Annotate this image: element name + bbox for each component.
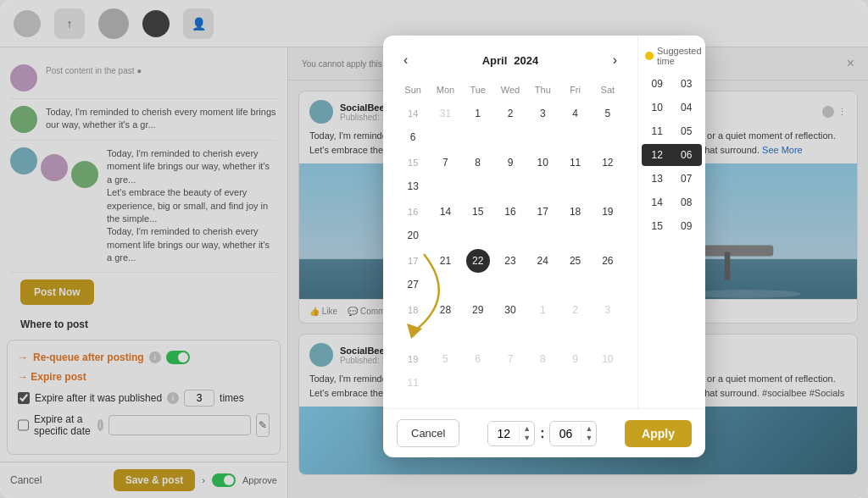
cal-day-21[interactable]: 21 [433,249,457,273]
cal-day-2b[interactable]: 2 [564,298,587,322]
cal-title: April 2024 [482,54,539,67]
cal-day-23[interactable]: 23 [498,249,522,273]
time-hour-10: 10 [643,100,671,115]
cal-day-17[interactable]: 17 [531,200,554,224]
min-down-btn[interactable]: ▼ [581,434,596,443]
week-num-18: 18 [397,298,429,322]
week-num-14: 14 [397,102,429,125]
time-min-08: 08 [673,195,701,210]
suggested-label: Suggested time [657,46,702,66]
cal-year: 2024 [514,54,538,67]
cal-day-3b[interactable]: 3 [596,298,620,322]
cal-day-16[interactable]: 16 [498,200,522,224]
time-hour-15: 15 [643,219,671,234]
time-pairs: 09 03 10 04 11 05 12 06 [642,73,702,237]
calendar-nav: ‹ April 2024 › [397,49,624,71]
cal-day-19[interactable]: 19 [596,200,620,224]
cal-day-29[interactable]: 29 [466,298,490,322]
cal-row-6: 19 5 6 7 8 9 10 11 [397,347,624,395]
cal-day-12[interactable]: 12 [596,151,620,174]
hour-stepper: ▲ ▼ [519,424,534,443]
cal-row-1: 14 31 1 2 3 4 5 6 [397,102,624,149]
hour-down-btn[interactable]: ▼ [520,434,534,443]
day-headers: Sun Mon Tue Wed Thu Fri Sat [397,81,624,98]
cal-day-9[interactable]: 9 [498,151,522,174]
time-min-03: 03 [673,76,701,91]
calendar-weeks: 14 31 1 2 3 4 5 6 15 7 [397,102,624,395]
hour-input[interactable] [488,422,519,445]
cal-day-6b[interactable]: 6 [466,347,490,371]
next-month-btn[interactable]: › [606,49,624,71]
time-hour-09: 09 [643,76,671,91]
cal-day-11b[interactable]: 11 [401,371,425,395]
time-pair-1408[interactable]: 14 08 [642,191,702,213]
prev-month-btn[interactable]: ‹ [397,49,415,71]
time-min-05: 05 [673,124,701,139]
day-header-wed: Wed [494,81,526,98]
cal-day-10b[interactable]: 10 [596,347,620,371]
time-pair-1307[interactable]: 13 07 [642,168,702,190]
cal-day-8[interactable]: 8 [466,151,490,174]
cal-day-3a[interactable]: 3 [531,102,554,125]
day-header-sun: Sun [397,81,429,98]
time-colon: : [540,426,544,441]
cal-day-25[interactable]: 25 [564,249,587,273]
cal-row-4: 17 21 22 23 24 25 26 27 [397,249,624,296]
cal-day-4b[interactable]: 4 [401,322,425,346]
min-up-btn[interactable]: ▲ [581,424,596,434]
sun-icon [645,52,654,60]
cal-day-5b[interactable]: 5 [433,347,457,371]
time-hour-11: 11 [643,124,671,139]
calendar-cancel-btn[interactable]: Cancel [397,419,459,447]
cal-day-20[interactable]: 20 [401,224,425,247]
apply-btn[interactable]: Apply [625,420,692,447]
cal-day-1a[interactable]: 1 [466,102,490,125]
week-num-19: 19 [397,347,429,371]
cal-month: April [482,54,508,67]
cal-day-7[interactable]: 7 [433,151,457,174]
calendar-left: ‹ April 2024 › Sun Mon Tue Wed Thu Fri [383,36,637,408]
cal-day-11[interactable]: 11 [564,151,587,174]
cal-day-2a[interactable]: 2 [498,102,522,125]
cal-day-31a[interactable]: 31 [433,102,457,125]
cal-day-5a[interactable]: 5 [596,102,620,125]
min-input-box: ▲ ▼ [549,421,597,446]
calendar-picker: ‹ April 2024 › Sun Mon Tue Wed Thu Fri [383,36,705,457]
cal-day-30[interactable]: 30 [498,298,522,322]
min-input[interactable] [550,422,581,445]
cal-day-15[interactable]: 15 [466,200,490,224]
time-min-04: 04 [673,100,701,115]
week-num-16: 16 [397,200,429,224]
cal-day-14[interactable]: 14 [433,200,457,224]
time-pair-1206-selected[interactable]: 12 06 [642,144,702,166]
cal-day-6a[interactable]: 6 [401,125,425,149]
calendar-grid: Sun Mon Tue Wed Thu Fri Sat 14 31 1 [397,81,624,395]
cal-day-18[interactable]: 18 [564,200,587,224]
cal-day-26[interactable]: 26 [596,249,620,273]
week-num-15: 15 [397,151,429,174]
hour-up-btn[interactable]: ▲ [520,424,534,434]
cal-day-4a[interactable]: 4 [564,102,587,125]
day-header-fri: Fri [559,81,591,98]
time-pair-1509[interactable]: 15 09 [642,215,702,237]
cal-day-1b[interactable]: 1 [531,298,554,322]
time-min-06: 06 [673,147,701,163]
cal-row-2: 15 7 8 9 10 11 12 13 [397,151,624,198]
cal-day-27[interactable]: 27 [401,273,425,296]
day-header-tue: Tue [462,81,494,98]
cal-day-9b[interactable]: 9 [564,347,587,371]
cal-day-24[interactable]: 24 [531,249,554,273]
cal-day-8b[interactable]: 8 [531,347,554,371]
time-pair-1105[interactable]: 11 05 [642,120,702,142]
cal-day-10[interactable]: 10 [531,151,554,174]
cal-day-22-selected[interactable]: 22 [466,249,490,273]
time-pair-0903[interactable]: 09 03 [642,73,702,95]
cal-day-13[interactable]: 13 [401,174,425,198]
time-hour-14: 14 [643,195,671,210]
cal-day-7b[interactable]: 7 [498,347,522,371]
day-header-sat: Sat [592,81,624,98]
right-panel-close-btn[interactable]: × [847,56,854,71]
time-pair-1004[interactable]: 10 04 [642,97,702,119]
day-header-mon: Mon [429,81,461,98]
cal-day-28[interactable]: 28 [433,298,457,322]
